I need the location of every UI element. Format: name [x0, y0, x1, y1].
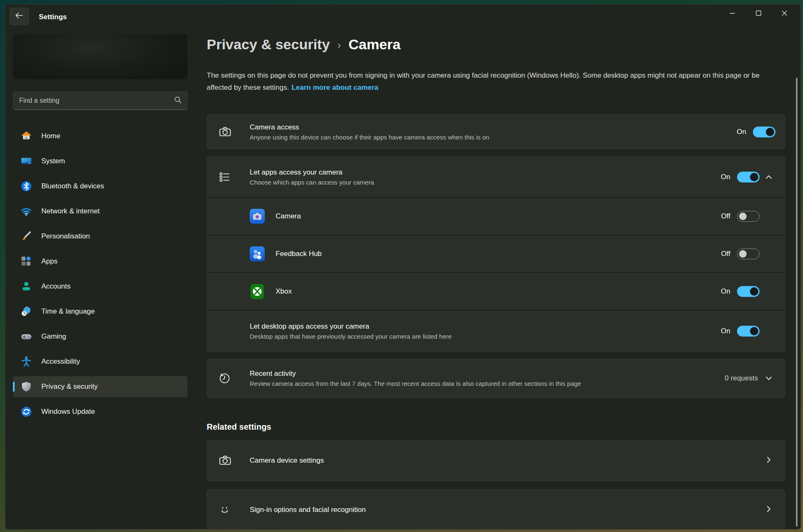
- camera-access-state: On: [737, 128, 746, 136]
- feedback-hub-toggle[interactable]: [737, 248, 760, 259]
- app-list-icon: [218, 171, 233, 183]
- desktop-apps-toggle[interactable]: [737, 326, 760, 337]
- sidebar-item-network[interactable]: Network & internet: [13, 201, 187, 222]
- desktop-apps-description: Desktop apps that have previously access…: [250, 333, 721, 340]
- sidebar-item-home[interactable]: Home: [13, 126, 187, 147]
- app-row-camera: Camera Off: [207, 197, 785, 235]
- app-state: On: [721, 287, 730, 296]
- camera-access-card: Camera access Anyone using this device c…: [207, 114, 785, 149]
- camera-app-toggle[interactable]: [737, 211, 760, 222]
- breadcrumb-parent[interactable]: Privacy & security: [207, 36, 330, 53]
- search-box: [13, 91, 187, 110]
- desktop-apps-state: On: [721, 327, 730, 335]
- wifi-icon: [20, 205, 32, 217]
- camera-access-toggle[interactable]: [753, 127, 775, 137]
- back-button[interactable]: [10, 8, 29, 25]
- main-content: Privacy & security › Camera The settings…: [207, 5, 785, 529]
- app-row-xbox: Xbox On: [207, 272, 785, 310]
- settings-window: Settings Home: [5, 4, 801, 529]
- let-apps-header-row[interactable]: Let apps access your camera Choose which…: [207, 157, 785, 197]
- page-description: The settings on this page do not prevent…: [207, 69, 785, 94]
- breadcrumb: Privacy & security › Camera: [207, 36, 785, 53]
- recent-activity-title: Recent activity: [250, 370, 725, 378]
- app-title: Settings: [39, 13, 67, 21]
- desktop-apps-row: Let desktop apps access your camera Desk…: [207, 310, 785, 352]
- recent-activity-description: Review camera access from the last 7 day…: [250, 380, 725, 387]
- vertical-scrollbar[interactable]: [796, 78, 798, 527]
- sidebar-item-accessibility[interactable]: Accessibility: [13, 351, 187, 372]
- sidebar-item-label: Network & internet: [41, 207, 100, 215]
- sidebar-item-label: Apps: [41, 257, 58, 266]
- apps-icon: [20, 256, 32, 267]
- recent-activity-card[interactable]: Recent activity Review camera access fro…: [207, 359, 785, 398]
- app-row-feedback-hub: Feedback Hub Off: [207, 235, 785, 272]
- let-apps-description: Choose which apps can access your camera: [250, 179, 721, 186]
- sidebar-item-bluetooth[interactable]: Bluetooth & devices: [13, 176, 187, 197]
- search-icon: [174, 96, 182, 106]
- sidebar-item-label: Time & language: [41, 307, 95, 316]
- sidebar-item-label: Accessibility: [41, 357, 80, 366]
- back-arrow-icon: [14, 10, 24, 22]
- navigate-arrow: [760, 456, 778, 465]
- gamepad-icon: [20, 331, 32, 342]
- xbox-app-icon: [250, 284, 265, 299]
- let-apps-group-card: Let apps access your camera Choose which…: [207, 157, 785, 352]
- sidebar-item-label: Home: [41, 132, 60, 140]
- search-input[interactable]: [19, 97, 174, 104]
- sidebar-item-time-language[interactable]: Time & language: [13, 301, 187, 322]
- xbox-toggle[interactable]: [737, 286, 760, 297]
- app-name: Xbox: [276, 287, 721, 296]
- sidebar-nav: Home System Bluetooth & devices Network …: [13, 126, 187, 426]
- sidebar-item-gaming[interactable]: Gaming: [13, 326, 187, 347]
- sidebar-item-system[interactable]: System: [13, 151, 187, 172]
- person-icon: [20, 281, 32, 292]
- sidebar-item-label: Privacy & security: [41, 383, 98, 391]
- shield-icon: [20, 381, 32, 393]
- sidebar-item-label: Windows Update: [41, 408, 95, 416]
- chevron-right-icon: [767, 456, 771, 465]
- navigate-arrow: [760, 506, 778, 514]
- app-state: Off: [721, 212, 730, 220]
- camera-icon: [218, 125, 233, 139]
- history-icon: [218, 372, 233, 385]
- sign-in-options-link[interactable]: Sign-in options and facial recognition: [207, 489, 785, 529]
- system-icon: [20, 155, 32, 167]
- sidebar-item-label: System: [41, 157, 65, 165]
- account-profile-card: [13, 34, 187, 79]
- sidebar-item-apps[interactable]: Apps: [13, 251, 187, 272]
- sidebar-item-accounts[interactable]: Accounts: [13, 276, 187, 297]
- let-apps-toggle[interactable]: [737, 172, 760, 182]
- accessibility-person-icon: [20, 356, 32, 367]
- let-apps-collapse[interactable]: [760, 173, 778, 181]
- desktop-apps-title: Let desktop apps access your camera: [250, 322, 721, 331]
- camera-device-settings-link[interactable]: Camera device settings: [207, 440, 785, 481]
- camera-icon: [218, 454, 233, 467]
- brush-icon: [20, 231, 32, 242]
- recent-activity-expand[interactable]: [760, 375, 778, 382]
- sidebar-item-privacy-security[interactable]: Privacy & security: [13, 376, 187, 397]
- sidebar-item-label: Gaming: [41, 332, 66, 341]
- sidebar-item-windows-update[interactable]: Windows Update: [13, 401, 187, 422]
- face-icon: [218, 504, 233, 516]
- let-apps-state: On: [721, 173, 730, 181]
- camera-access-description: Anyone using this device can choose if t…: [250, 134, 737, 141]
- sidebar-item-personalisation[interactable]: Personalisation: [13, 226, 187, 247]
- sidebar-item-label: Personalisation: [41, 232, 90, 241]
- camera-app-icon: [250, 209, 265, 224]
- chevron-down-icon: [765, 375, 772, 382]
- sidebar-item-label: Accounts: [41, 282, 71, 291]
- breadcrumb-separator: ›: [337, 39, 341, 52]
- app-name: Feedback Hub: [276, 250, 721, 258]
- related-item-label: Camera device settings: [250, 456, 760, 465]
- chevron-right-icon: [767, 506, 771, 514]
- learn-more-link[interactable]: Learn more about camera: [291, 84, 378, 91]
- update-refresh-icon: [20, 406, 32, 418]
- chevron-up-icon: [765, 173, 772, 181]
- feedback-hub-app-icon: [250, 246, 265, 261]
- app-state: Off: [721, 250, 730, 258]
- page-title: Camera: [349, 36, 401, 53]
- related-settings-heading: Related settings: [207, 422, 785, 432]
- home-icon: [20, 130, 32, 142]
- page-description-text: The settings on this page do not prevent…: [207, 71, 760, 91]
- app-name: Camera: [276, 212, 721, 220]
